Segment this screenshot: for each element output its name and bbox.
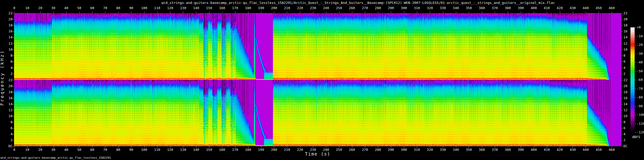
freq-tick-mark	[13, 13, 14, 14]
freq-tick-mark	[622, 44, 623, 44]
time-tick-label: 440	[580, 6, 591, 10]
time-tick-label: 330	[438, 148, 448, 152]
time-tick-label: 240	[321, 148, 331, 152]
freq-tick-label: 6	[4, 60, 12, 63]
time-tick-mark	[508, 12, 508, 13]
freq-tick-mark	[13, 62, 14, 62]
time-tick-label: 200	[269, 6, 279, 10]
freq-tick-mark	[622, 140, 623, 140]
freq-tick-label: 2	[4, 138, 12, 142]
time-tick-label: 140	[191, 148, 201, 152]
level-tick-label: -30	[637, 52, 644, 56]
freq-tick-mark	[622, 116, 623, 116]
colorbar-title: dBFS	[632, 135, 640, 139]
time-tick-mark	[469, 12, 469, 13]
time-tick-mark	[261, 146, 261, 147]
time-tick-label: 300	[399, 6, 409, 10]
time-tick-label: 320	[425, 148, 435, 152]
freq-tick-label: 20	[623, 17, 632, 21]
freq-tick-mark	[622, 37, 623, 38]
freq-tick-mark	[13, 98, 14, 98]
time-tick-mark	[339, 12, 339, 13]
time-tick-label: 240	[321, 6, 331, 10]
time-tick-mark	[235, 12, 235, 13]
level-tick-label: -100	[637, 113, 644, 117]
time-tick-label: 260	[347, 148, 357, 152]
time-tick-mark	[287, 146, 287, 147]
freq-tick-label: 4	[623, 132, 632, 136]
freq-tick-label: 10	[4, 114, 12, 118]
level-tick-mark	[635, 62, 636, 63]
freq-tick-label: 14	[623, 102, 632, 106]
time-tick-mark	[612, 12, 612, 13]
level-tick-label: -40	[637, 60, 644, 64]
time-tick-label: 130	[178, 6, 188, 10]
time-tick-mark	[482, 146, 482, 147]
freq-tick-label: 22	[623, 78, 632, 82]
time-tick-mark	[170, 146, 170, 147]
time-tick-label: 30	[48, 6, 59, 10]
time-tick-mark	[79, 12, 79, 13]
level-tick-mark	[635, 106, 636, 106]
sox-spectrogram-image: wcd_strings-and-guitars-basecamp_arctic-…	[0, 0, 644, 160]
time-tick-mark	[404, 146, 404, 147]
time-tick-mark	[157, 146, 158, 147]
time-tick-mark	[144, 12, 145, 13]
freq-tick-mark	[622, 104, 623, 104]
freq-tick-label: 2	[623, 72, 632, 76]
freq-tick-label: 20	[4, 84, 12, 88]
freq-tick-label: 4	[4, 132, 12, 136]
time-tick-mark	[92, 146, 92, 147]
time-tick-mark	[534, 146, 534, 147]
time-tick-label: 110	[152, 6, 162, 10]
time-tick-mark	[352, 146, 352, 147]
time-tick-mark	[300, 146, 300, 147]
time-tick-label: 380	[503, 6, 513, 10]
time-tick-label: 250	[334, 148, 344, 152]
level-tick-label: -120	[637, 130, 644, 134]
time-tick-mark	[105, 12, 105, 13]
freq-tick-label: 10	[623, 114, 632, 118]
time-tick-label: 430	[567, 6, 578, 10]
time-tick-label: 130	[178, 148, 188, 152]
level-tick-mark	[635, 27, 636, 28]
time-tick-mark	[287, 12, 287, 13]
time-tick-mark	[170, 12, 170, 13]
time-tick-mark	[79, 146, 79, 147]
time-tick-mark	[508, 146, 508, 147]
time-tick-label: 10	[22, 148, 33, 152]
freq-tick-mark	[622, 56, 623, 56]
time-tick-label: 220	[295, 148, 305, 152]
time-tick-mark	[352, 12, 352, 13]
time-tick-label: 460	[607, 148, 617, 152]
spectrogram-channel-left	[14, 13, 621, 80]
time-tick-mark	[27, 146, 28, 147]
time-tick-mark	[248, 12, 248, 13]
time-tick-label: 30	[48, 148, 59, 152]
time-tick-mark	[573, 146, 573, 147]
time-tick-mark	[183, 12, 183, 13]
level-tick-label: -60	[637, 78, 644, 82]
freq-tick-mark	[13, 116, 14, 116]
freq-tick-label: 22	[623, 11, 632, 15]
freq-tick-label: 6	[623, 126, 632, 130]
time-tick-label: 230	[308, 148, 318, 152]
time-tick-mark	[313, 146, 313, 147]
time-tick-label: 200	[269, 148, 279, 152]
freq-tick-label: 12	[4, 42, 12, 45]
time-tick-mark	[547, 12, 547, 13]
level-tick-label: -70	[637, 87, 644, 91]
time-tick-mark	[157, 12, 158, 13]
time-tick-label: 190	[256, 148, 266, 152]
time-tick-label: 20	[35, 6, 46, 10]
time-tick-mark	[131, 146, 132, 147]
time-tick-label: 420	[555, 6, 565, 10]
time-tick-label: 340	[451, 148, 461, 152]
time-tick-label: 350	[464, 6, 474, 10]
freq-tick-label: 14	[4, 35, 12, 39]
time-tick-label: 70	[100, 6, 110, 10]
time-tick-mark	[521, 12, 521, 13]
freq-tick-mark	[622, 128, 623, 128]
time-tick-label: 440	[580, 148, 591, 152]
time-tick-label: 230	[308, 6, 318, 10]
